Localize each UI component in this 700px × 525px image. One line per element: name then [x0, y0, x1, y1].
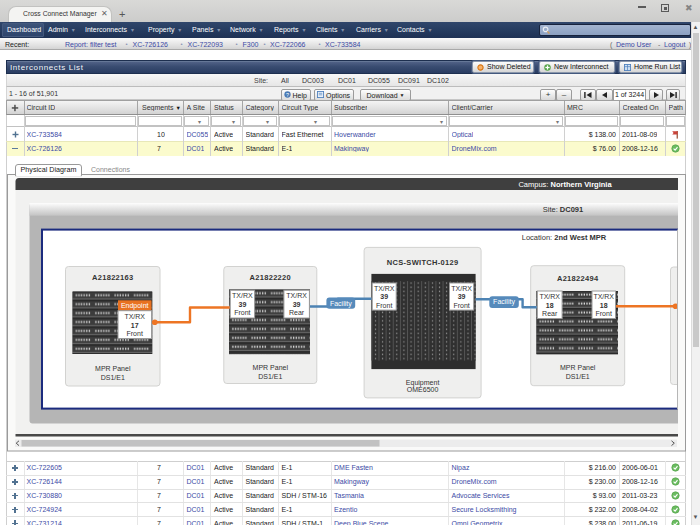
svg-text:DS1/E1: DS1/E1	[101, 374, 125, 381]
svg-text:NCS-SWITCH-0129: NCS-SWITCH-0129	[387, 258, 459, 267]
svg-text:Location: 2nd West MPR: Location: 2nd West MPR	[522, 233, 607, 242]
svg-text:A21822494: A21822494	[557, 274, 599, 283]
svg-text:39: 39	[293, 301, 301, 308]
svg-text:TX/RX: TX/RX	[539, 293, 560, 300]
svg-text:A21822220: A21822220	[250, 273, 292, 282]
svg-text:TX/RX: TX/RX	[593, 293, 614, 300]
svg-text:Endpoint: Endpoint	[121, 302, 149, 310]
svg-text:Physical Diagram: Physical Diagram	[21, 165, 77, 174]
svg-text:39: 39	[380, 293, 388, 300]
svg-text:Front: Front	[596, 310, 612, 317]
svg-text:18: 18	[546, 302, 554, 309]
svg-text:TX/RX: TX/RX	[232, 292, 253, 299]
svg-text:Facility: Facility	[493, 298, 515, 306]
svg-text:39: 39	[239, 301, 247, 308]
svg-text:Rear: Rear	[289, 309, 305, 316]
svg-text:DS1/E1: DS1/E1	[258, 373, 282, 380]
svg-text:Front: Front	[234, 309, 250, 316]
svg-text:Front: Front	[453, 302, 469, 309]
svg-text:MPR Panel: MPR Panel	[253, 364, 289, 371]
svg-text:TX/RX: TX/RX	[374, 285, 395, 292]
svg-text:MPR Panel: MPR Panel	[560, 364, 596, 371]
svg-text:Front: Front	[376, 302, 392, 309]
svg-text:Connections: Connections	[91, 166, 130, 173]
svg-text:TX/RX: TX/RX	[124, 313, 145, 320]
svg-text:OME6500: OME6500	[407, 386, 439, 393]
svg-text:TX/RX: TX/RX	[451, 285, 472, 292]
svg-text:TX/RX: TX/RX	[286, 292, 307, 299]
svg-text:17: 17	[131, 322, 139, 329]
svg-text:Site: DC091: Site: DC091	[543, 205, 583, 214]
svg-text:A21822163: A21822163	[92, 273, 134, 282]
svg-text:Facility: Facility	[330, 300, 352, 308]
svg-text:DS1/E1: DS1/E1	[566, 373, 590, 380]
svg-text:18: 18	[600, 302, 608, 309]
svg-text:MPR Panel: MPR Panel	[95, 365, 131, 372]
svg-text:Campus: Northern Virginia: Campus: Northern Virginia	[518, 180, 612, 189]
svg-text:Front: Front	[127, 330, 143, 337]
svg-text:Rear: Rear	[542, 310, 558, 317]
svg-text:39: 39	[458, 293, 466, 300]
